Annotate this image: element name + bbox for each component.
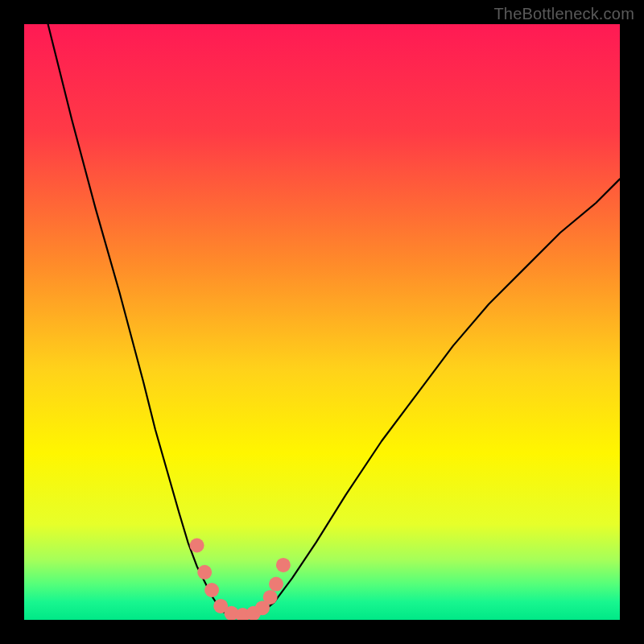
- marker-dot: [269, 577, 283, 592]
- chart-curve: [24, 24, 620, 620]
- outer-frame: TheBottleneck.com: [0, 0, 644, 644]
- series-right-branch: [262, 179, 620, 612]
- marker-dot: [204, 583, 219, 597]
- marker-dot: [197, 565, 212, 580]
- series-left-branch: [48, 24, 224, 612]
- plot-area: [24, 24, 620, 620]
- watermark-text: TheBottleneck.com: [493, 5, 634, 23]
- marker-dot: [190, 539, 204, 553]
- marker-dot: [263, 590, 278, 605]
- marker-dot: [276, 558, 291, 572]
